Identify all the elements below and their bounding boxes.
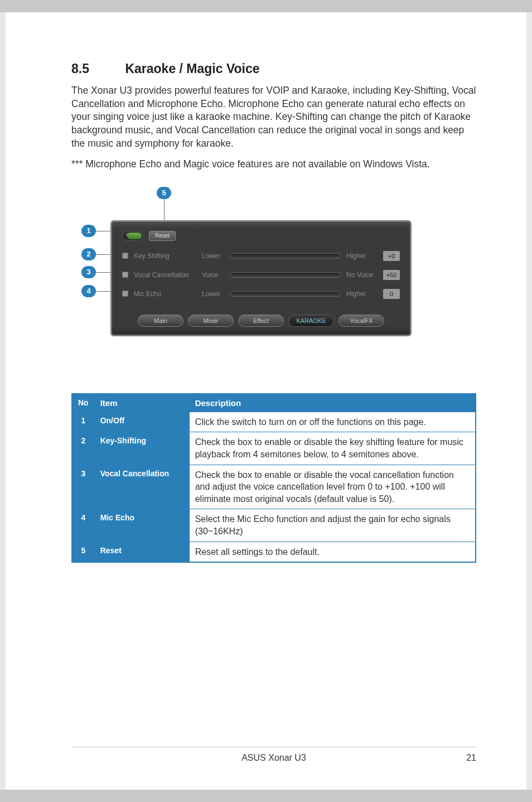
tab-vocalfx[interactable]: VocalFX [338,315,384,327]
tab-effect[interactable]: Effect [238,315,284,327]
cell-item: Key-Shifting [94,432,189,465]
callout-2-text: 2 [86,250,90,258]
karaoke-panel: ON Reset Key Shifting Lower Higher +0 Vo… [110,220,412,336]
row-vocal-cancellation: Vocal Cancellation Voice No Voice +50 [122,270,400,280]
row-mic-echo: Mic Echo Lower Higher 0 [122,289,400,299]
callout-badge-3: 3 [81,266,96,278]
body-paragraph: The Xonar U3 provides powerful features … [71,84,476,150]
cell-no: 1 [72,412,94,432]
mic-echo-checkbox[interactable] [122,291,128,297]
mic-echo-slider[interactable] [230,291,341,297]
callout-badge-5: 5 [157,187,171,199]
tab-mixer-label: Mixer [204,317,219,324]
tab-main[interactable]: Main [138,315,183,327]
vocal-cancellation-label: Vocal Cancellation [134,271,196,279]
vocal-cancellation-value: +50 [383,270,400,280]
tab-karaoke-label: KARAOKE [296,317,326,324]
cell-desc: Select the Mic Echo function and adjust … [189,509,476,542]
on-label: ON [126,232,133,237]
table-row: 4 Mic Echo Select the Mic Echo function … [72,509,476,542]
tab-vocalfx-label: VocalFX [350,317,373,324]
key-shifting-value: +0 [383,251,400,261]
tab-mixer[interactable]: Mixer [188,315,234,327]
cell-no: 3 [72,465,94,509]
page: 8.5 Karaoke / Magic Voice The Xonar U3 p… [6,12,526,790]
key-shifting-higher-label: Higher [346,252,378,260]
callout-5-text: 5 [162,189,166,197]
cell-desc: Check the box to enable or disable the k… [189,432,476,465]
page-bottom-band [0,790,532,802]
callout-4-text: 4 [86,287,90,295]
cell-item: Vocal Cancellation [94,465,189,509]
section-heading-text: Karaoke / Magic Voice [125,61,259,76]
reset-button[interactable]: Reset [149,231,176,241]
header-description: Description [189,394,476,412]
vocal-cancellation-novoice-label: No Voice [346,271,378,279]
callout-badge-2: 2 [81,248,96,260]
table-row: 2 Key-Shifting Check the box to enable o… [72,432,476,465]
key-shifting-lower-label: Lower [202,252,224,260]
row-key-shifting: Key Shifting Lower Higher +0 [122,251,400,261]
header-item: Item [94,394,189,412]
cell-desc: Click the switch to turn on or off the f… [189,412,476,432]
cell-no: 5 [72,542,94,562]
vocal-cancellation-slider[interactable] [230,272,341,278]
table-row: 3 Vocal Cancellation Check the box to en… [72,465,476,509]
mic-echo-lower-label: Lower [202,290,224,298]
cell-item: On/Off [94,412,189,432]
callout-badge-4: 4 [81,285,96,297]
tab-effect-label: Effect [253,317,269,324]
panel-top-row: ON Reset [122,231,400,241]
footer-page-number: 21 [454,753,476,763]
tab-main-label: Main [154,317,167,324]
table-header-row: No Item Description [72,394,476,412]
note-paragraph: *** Microphone Echo and Magic voice feat… [71,158,476,171]
page-footer: ASUS Xonar U3 21 [71,747,476,763]
vocal-cancellation-checkbox[interactable] [122,272,128,278]
cell-desc: Reset all settings to the default. [189,542,476,562]
mic-echo-label: Mic Echo [134,290,196,298]
callout-1-text: 1 [86,226,90,235]
cell-no: 4 [72,509,94,542]
callout-badge-1: 1 [81,225,96,237]
section-title: 8.5 Karaoke / Magic Voice [71,61,476,76]
cell-item: Mic Echo [94,509,189,542]
tab-karaoke[interactable]: KARAOKE [288,315,334,327]
screenshot-container: 5 1 2 3 4 ON Reset Key Shifting Lowe [71,187,428,371]
header-no: No [72,394,94,412]
mic-echo-higher-label: Higher [346,290,378,298]
callout-3-text: 3 [86,268,90,276]
cell-no: 2 [72,432,94,465]
mic-echo-value: 0 [383,289,400,299]
key-shifting-slider[interactable] [230,253,341,259]
cell-desc: Check the box to enable or disable the v… [189,465,476,509]
vocal-cancellation-voice-label: Voice [202,271,224,279]
page-top-band [0,0,532,12]
reset-label: Reset [155,233,170,239]
table-row: 5 Reset Reset all settings to the defaul… [72,542,476,562]
table-row: 1 On/Off Click the switch to turn on or … [72,412,476,432]
key-shifting-label: Key Shifting [134,252,196,260]
section-number: 8.5 [71,61,122,76]
on-off-switch[interactable]: ON [122,231,143,241]
key-shifting-checkbox[interactable] [122,253,128,259]
tab-bar: Main Mixer Effect KARAOKE VocalFX [122,315,400,327]
footer-product: ASUS Xonar U3 [94,753,454,763]
description-table: No Item Description 1 On/Off Click the s… [71,393,476,563]
cell-item: Reset [94,542,189,562]
